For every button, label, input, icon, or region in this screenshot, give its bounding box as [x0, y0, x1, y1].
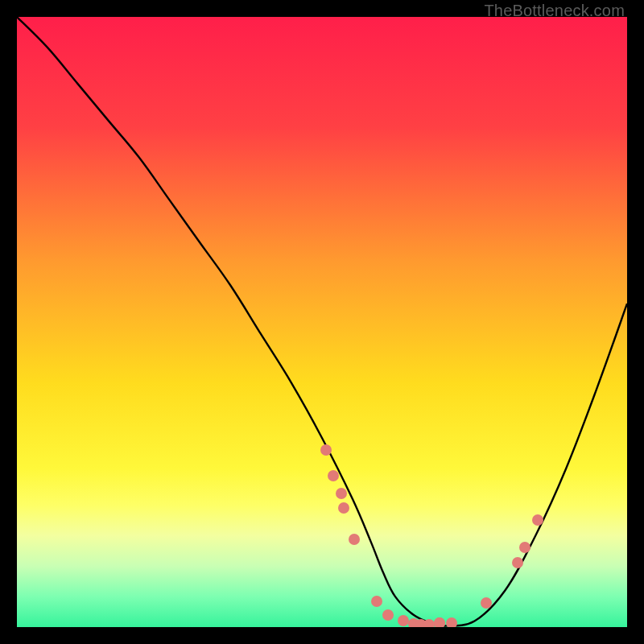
- data-marker: [328, 470, 339, 481]
- data-marker: [398, 615, 409, 626]
- data-marker: [446, 617, 457, 627]
- data-marker: [519, 542, 530, 553]
- data-marker: [481, 597, 492, 609]
- data-marker: [532, 514, 543, 526]
- curve-layer: [17, 17, 627, 627]
- watermark-text: TheBottleneck.com: [484, 2, 625, 20]
- data-marker: [349, 534, 360, 545]
- chart-canvas: TheBottleneck.com: [0, 0, 644, 644]
- data-marker: [434, 617, 445, 627]
- data-marker: [382, 609, 394, 621]
- bottleneck-curve: [17, 17, 627, 626]
- plot-area: [17, 17, 627, 627]
- data-marker: [512, 557, 523, 568]
